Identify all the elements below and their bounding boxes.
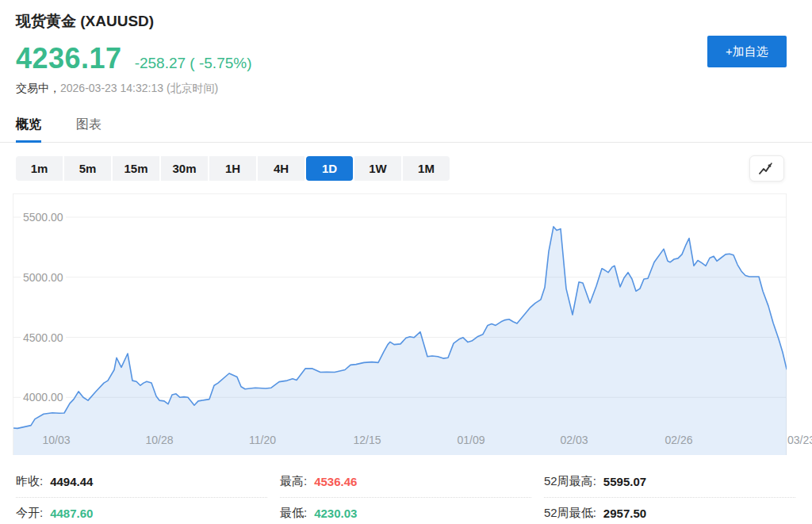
stats-grid: 昨收: 4494.44 最高: 4536.46 52周最高: 5595.07 今… [16, 466, 795, 524]
tab-bar: 概览 图表 [0, 117, 812, 143]
line-chart-icon [758, 162, 776, 176]
interval-segmented-control: 1m 5m 15m 30m 1H 4H 1D 1W 1M [16, 156, 450, 181]
trading-status-label: 交易中， [16, 82, 60, 94]
y-axis-tick-label: 4000.00 [21, 390, 66, 404]
interval-row: 1m 5m 15m 30m 1H 4H 1D 1W 1M [16, 155, 784, 182]
stat-52w-low: 52周最低: 2957.50 [544, 498, 795, 524]
y-axis-tick-label: 5000.00 [21, 270, 66, 285]
trading-status: 交易中，2026-03-23 14:32:13 (北京时间) [16, 82, 812, 96]
current-price: 4236.17 [16, 42, 122, 75]
stat-open: 今开: 4487.60 [16, 498, 267, 524]
x-axis-tick-label: 02/03 [560, 434, 588, 446]
page-title: 现货黄金 (XAUUSD) [16, 11, 812, 32]
interval-1m-month[interactable]: 1M [403, 156, 450, 181]
interval-4h[interactable]: 4H [258, 156, 304, 181]
x-axis-tick-label: 10/03 [42, 434, 70, 446]
trading-status-time: 2026-03-23 14:32:13 (北京时间) [60, 82, 218, 94]
y-axis-tick-label: 5500.00 [21, 210, 66, 224]
x-axis-tick-label: 11/20 [249, 434, 276, 446]
interval-1m[interactable]: 1m [16, 156, 63, 181]
interval-1w[interactable]: 1W [354, 156, 401, 181]
x-axis-tick-label: 01/09 [457, 434, 485, 446]
add-watchlist-button[interactable]: +加自选 [707, 36, 787, 67]
tab-overview[interactable]: 概览 [16, 117, 41, 142]
x-axis-tick-label: 12/15 [353, 434, 381, 446]
interval-15m[interactable]: 15m [113, 156, 159, 181]
chart-type-button[interactable] [749, 155, 784, 182]
x-axis-tick-label: 10/28 [145, 434, 173, 446]
interval-1d[interactable]: 1D [306, 156, 353, 181]
interval-5m[interactable]: 5m [64, 156, 111, 181]
interval-1h[interactable]: 1H [209, 156, 256, 181]
tab-chart[interactable]: 图表 [76, 117, 102, 142]
x-axis-tick-label: 03/23 [787, 434, 812, 446]
interval-30m[interactable]: 30m [161, 156, 208, 181]
price-change: -258.27 ( -5.75%) [135, 55, 252, 72]
price-row: 4236.17 -258.27 ( -5.75%) [16, 42, 812, 75]
stat-day-low: 最低: 4230.03 [280, 498, 531, 524]
y-axis-tick-label: 4500.00 [21, 331, 66, 345]
stat-day-high: 最高: 4536.46 [280, 466, 531, 498]
price-chart-svg [13, 194, 787, 456]
x-axis-tick-label: 02/26 [665, 434, 692, 446]
stat-52w-high: 52周最高: 5595.07 [544, 466, 795, 498]
price-chart[interactable]: 5500.005000.004500.004000.0010/0310/2811… [13, 193, 787, 455]
stat-prev-close: 昨收: 4494.44 [16, 466, 267, 498]
